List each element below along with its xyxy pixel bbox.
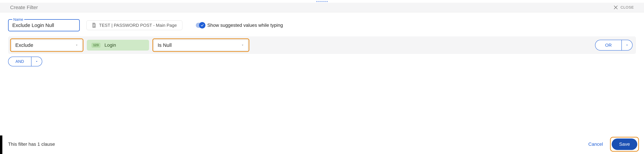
check-icon	[200, 24, 204, 27]
svg-rect-4	[93, 26, 94, 26]
caret-down-icon	[75, 44, 78, 47]
clause-row: Exclude 123 Login Is Null OR	[8, 36, 636, 54]
condition-value: Is Null	[158, 42, 172, 48]
config-row: Name TEST | PASSWORD POST - Main Page Sh…	[0, 13, 644, 36]
dialog-title: Create Filter	[10, 5, 38, 10]
and-split-button[interactable]: AND	[8, 57, 42, 66]
column-chip[interactable]: 123 Login	[87, 40, 149, 51]
caret-down-icon	[35, 60, 38, 63]
action-highlight: Exclude	[10, 38, 84, 52]
column-name: Login	[104, 43, 116, 48]
condition-highlight: Is Null	[152, 38, 249, 52]
caret-down-icon	[241, 44, 244, 47]
cancel-button[interactable]: Cancel	[584, 139, 607, 150]
close-icon	[614, 5, 618, 10]
footer-actions: Cancel Save	[584, 137, 639, 152]
add-clause-row: AND	[0, 54, 644, 69]
or-button[interactable]: OR	[596, 40, 622, 50]
filter-name-input[interactable]	[12, 22, 76, 28]
close-button[interactable]: CLOSE	[614, 5, 634, 10]
close-label: CLOSE	[620, 5, 634, 10]
svg-rect-3	[93, 25, 95, 26]
dialog-footer: This filter has 1 clause Cancel Save	[0, 137, 644, 152]
create-filter-dialog: Create Filter CLOSE Name TEST | PASSWORD…	[0, 0, 644, 154]
left-edge-artifact	[0, 135, 2, 154]
action-dropdown[interactable]: Exclude	[12, 40, 82, 51]
or-split-button[interactable]: OR	[595, 40, 632, 51]
suggest-toggle-group: Show suggested values while typing	[196, 23, 283, 28]
source-chip[interactable]: TEST | PASSWORD POST - Main Page	[86, 20, 182, 30]
save-highlight: Save	[610, 137, 639, 152]
caret-down-icon	[626, 44, 628, 47]
filter-name-label: Name	[12, 17, 24, 22]
suggest-toggle-label: Show suggested values while typing	[207, 23, 283, 28]
dialog-header: Create Filter CLOSE	[0, 3, 644, 13]
save-button[interactable]: Save	[612, 138, 637, 150]
resize-handle[interactable]	[0, 0, 644, 3]
column-type-badge: 123	[92, 43, 100, 48]
svg-rect-2	[93, 25, 95, 25]
or-more-button[interactable]	[622, 40, 632, 50]
action-value: Exclude	[15, 42, 33, 48]
and-more-button[interactable]	[32, 57, 42, 66]
suggest-toggle[interactable]	[196, 23, 205, 28]
and-button[interactable]: AND	[8, 57, 31, 66]
document-icon	[92, 23, 96, 28]
source-label: TEST | PASSWORD POST - Main Page	[99, 23, 177, 28]
clause-count: This filter has 1 clause	[8, 141, 55, 147]
condition-dropdown[interactable]: Is Null	[154, 40, 248, 51]
clause-list: Exclude 123 Login Is Null OR	[0, 36, 644, 54]
filter-name-field[interactable]: Name	[8, 19, 80, 31]
